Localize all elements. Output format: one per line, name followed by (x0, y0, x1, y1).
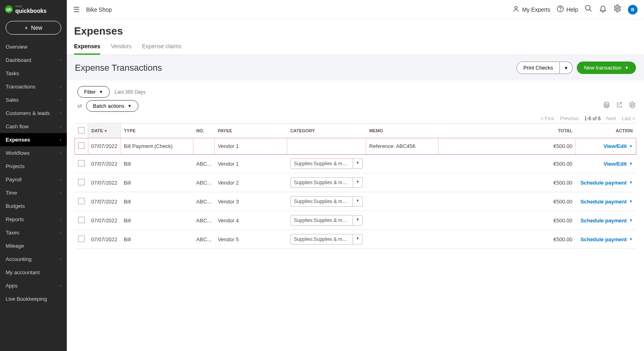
sidebar-item-sales[interactable]: Sales› (0, 93, 67, 107)
category-select[interactable]: Supplies:Supplies & materials▼ (290, 158, 363, 169)
sidebar-item-expenses[interactable]: Expenses› (0, 133, 67, 146)
category-select[interactable]: Supplies:Supplies & materials▼ (290, 196, 363, 207)
tab-vendors[interactable]: Vendors (111, 43, 131, 55)
col-no[interactable]: NO. (193, 123, 215, 138)
chevron-down-icon: ▼ (99, 90, 103, 94)
col-payee[interactable]: PAYEE (215, 123, 287, 138)
my-experts-link[interactable]: My Experts (512, 5, 550, 14)
chevron-down-icon[interactable]: ▼ (353, 216, 362, 225)
help-link[interactable]: Help (557, 5, 578, 14)
settings-icon[interactable] (629, 101, 636, 111)
search-icon[interactable] (584, 4, 592, 14)
sidebar-item-label: Accounting (6, 256, 31, 262)
chevron-down-icon: ▼ (629, 199, 633, 203)
sidebar-item-workflows[interactable]: Workflows› (0, 146, 67, 160)
sidebar-item-mileage[interactable]: Mileage (0, 239, 67, 252)
row-action-link[interactable]: Schedule payment▼ (580, 180, 633, 186)
row-checkbox[interactable] (78, 217, 85, 223)
batch-actions-button[interactable]: Batch actions ▼ (86, 100, 138, 112)
sidebar-item-payroll[interactable]: Payroll› (0, 173, 67, 186)
cell-payee: Vendor 2 (215, 173, 287, 192)
cell-memo (366, 173, 438, 192)
row-action-label: View/Edit (604, 143, 627, 149)
table-row[interactable]: 07/07/2022BillABC...Vendor 3Supplies:Sup… (75, 192, 636, 211)
row-action-link[interactable]: Schedule payment▼ (580, 236, 633, 242)
row-checkbox[interactable] (78, 179, 85, 185)
chevron-down-icon[interactable]: ▼ (353, 159, 362, 168)
cell-category: Supplies:Supplies & materials▼ (287, 230, 366, 249)
page-last[interactable]: Last > (622, 116, 635, 121)
row-action-link[interactable]: View/Edit▼ (604, 161, 633, 167)
table-row[interactable]: 07/07/2022Bill Payment (Check)Vendor 1Re… (75, 138, 636, 154)
export-icon[interactable] (616, 101, 623, 111)
help-icon (557, 5, 564, 14)
col-date[interactable]: DATE▼ (88, 123, 121, 138)
sidebar-item-budgets[interactable]: Budgets (0, 199, 67, 213)
chevron-down-icon[interactable]: ▼ (353, 234, 362, 244)
row-action-link[interactable]: Schedule payment▼ (580, 218, 633, 224)
col-action[interactable]: ACTION (576, 123, 636, 138)
tab-expense-claims[interactable]: Expense claims (142, 43, 182, 55)
col-memo[interactable]: MEMO (366, 123, 438, 138)
sidebar-item-customers-leads[interactable]: Customers & leads› (0, 107, 67, 120)
cell-total: €500.00 (438, 211, 576, 230)
bell-icon[interactable] (599, 4, 607, 14)
chevron-down-icon[interactable]: ▼ (353, 197, 362, 206)
col-category[interactable]: CATEGORY (287, 123, 366, 138)
sidebar-item-transactions[interactable]: Transactions› (0, 80, 67, 93)
sidebar-item-taxes[interactable]: Taxes› (0, 226, 67, 239)
new-button[interactable]: + New (6, 21, 61, 35)
sidebar-item-cash-flow[interactable]: Cash flow› (0, 120, 67, 133)
cell-total: €500.00 (438, 230, 576, 249)
print-checks-button[interactable]: Print Checks (516, 62, 560, 74)
cell-type: Bill (121, 154, 193, 173)
avatar[interactable]: B (628, 5, 638, 14)
page-previous[interactable]: Previous (560, 116, 579, 121)
cell-category: Supplies:Supplies & materials▼ (287, 154, 366, 173)
print-checks-dropdown[interactable]: ▼ (560, 62, 573, 74)
sidebar-item-dashboard[interactable]: Dashboard› (0, 53, 67, 67)
table-row[interactable]: 07/07/2022BillABC...Vendor 1Supplies:Sup… (75, 154, 636, 173)
new-transaction-button[interactable]: New transaction ▼ (577, 62, 636, 74)
category-select[interactable]: Supplies:Supplies & materials▼ (290, 177, 363, 188)
chevron-down-icon[interactable]: ▼ (353, 178, 362, 187)
page-first[interactable]: < First (541, 116, 554, 121)
sort-icon[interactable]: ⇅ (76, 104, 83, 109)
sidebar-item-accounting[interactable]: Accounting› (0, 252, 67, 266)
page-next[interactable]: Next (606, 116, 616, 121)
hamburger-icon[interactable]: ☰ (73, 5, 80, 14)
cell-date: 07/07/2022 (88, 138, 121, 154)
sidebar-item-reports[interactable]: Reports› (0, 213, 67, 226)
sidebar-item-projects[interactable]: Projects (0, 160, 67, 173)
row-action-label: Schedule payment (580, 236, 627, 242)
cell-action: Schedule payment▼ (576, 173, 636, 192)
col-type[interactable]: TYPE (121, 123, 193, 138)
cell-memo (366, 230, 438, 249)
tab-expenses[interactable]: Expenses (74, 43, 100, 55)
sidebar-item-live-bookkeeping[interactable]: Live Bookkeeping (0, 292, 67, 306)
row-checkbox[interactable] (78, 198, 85, 204)
sidebar-item-overview[interactable]: Overview (0, 40, 67, 53)
chevron-right-icon: › (60, 191, 61, 195)
category-select[interactable]: Supplies:Supplies & materials▼ (290, 234, 363, 244)
cell-no: ABC... (193, 173, 215, 192)
table-row[interactable]: 07/07/2022BillABC...Vendor 2Supplies:Sup… (75, 173, 636, 192)
print-icon[interactable] (603, 101, 610, 111)
row-checkbox[interactable] (78, 160, 85, 166)
gear-icon[interactable] (613, 4, 621, 14)
row-checkbox[interactable] (78, 142, 85, 149)
col-total[interactable]: TOTAL (438, 123, 576, 138)
sidebar-item-time[interactable]: Time› (0, 186, 67, 199)
sidebar-item-label: Workflows (6, 150, 30, 156)
table-row[interactable]: 07/07/2022BillABC...Vendor 5Supplies:Sup… (75, 230, 636, 249)
sidebar-item-my-accountant[interactable]: My accountant (0, 266, 67, 279)
filter-button[interactable]: Filter ▼ (77, 86, 110, 98)
row-action-link[interactable]: View/Edit▼ (604, 143, 633, 149)
table-row[interactable]: 07/07/2022BillABC...Vendor 4Supplies:Sup… (75, 211, 636, 230)
category-select[interactable]: Supplies:Supplies & materials▼ (290, 215, 363, 226)
row-checkbox[interactable] (78, 236, 85, 242)
select-all-checkbox[interactable] (78, 127, 85, 133)
sidebar-item-apps[interactable]: Apps› (0, 279, 67, 292)
row-action-link[interactable]: Schedule payment▼ (580, 199, 633, 205)
sidebar-item-tasks[interactable]: Tasks (0, 67, 67, 80)
